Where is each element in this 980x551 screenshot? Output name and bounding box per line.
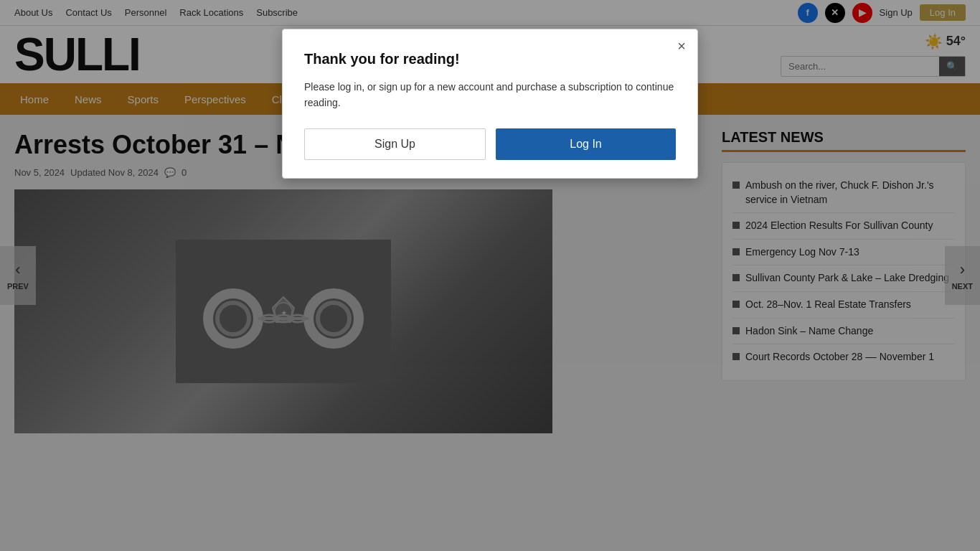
modal-signup-button[interactable]: Sign Up	[304, 128, 486, 160]
modal-close-button[interactable]: ×	[677, 38, 686, 55]
subscription-modal: × Thank you for reading! Please log in, …	[282, 29, 698, 179]
modal-title: Thank you for reading!	[304, 51, 676, 67]
modal-buttons: Sign Up Log In	[304, 128, 676, 160]
modal-login-button[interactable]: Log In	[496, 128, 676, 160]
modal-overlay: × Thank you for reading! Please log in, …	[0, 0, 980, 551]
modal-body: Please log in, or sign up for a new acco…	[304, 79, 676, 111]
